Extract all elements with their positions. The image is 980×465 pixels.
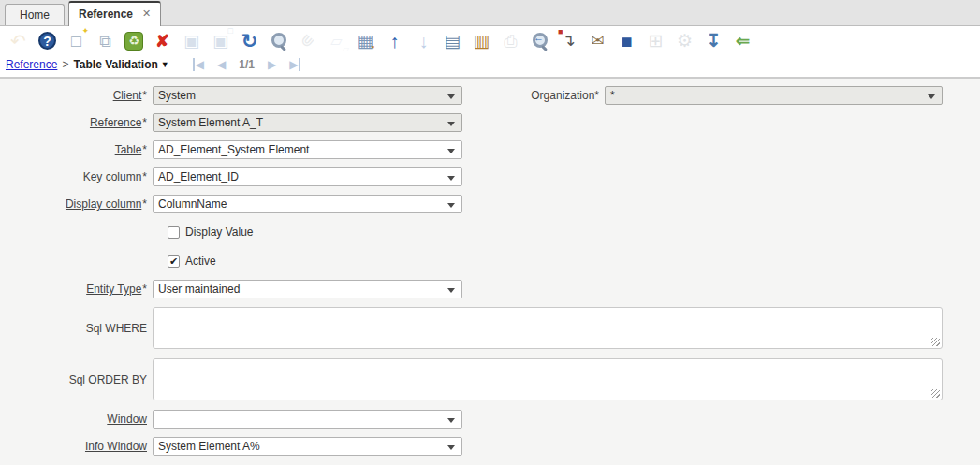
export-icon[interactable]: ↧: [702, 29, 725, 52]
file-import-icon[interactable]: ⇐: [731, 29, 754, 52]
reference-field: System Element A_T: [153, 113, 462, 132]
save-icon: ▣: [180, 29, 203, 52]
sql-order-by-textarea[interactable]: [153, 358, 943, 400]
record-position: 1/1: [239, 58, 255, 71]
resize-grip-icon[interactable]: [931, 338, 940, 346]
window-label: Window: [0, 413, 153, 426]
sql-where-label: Sql WHERE: [0, 322, 153, 335]
last-record-icon: ▶: [289, 58, 300, 71]
grid-toggle-icon[interactable]: ▦: [354, 29, 377, 52]
parent-record-icon[interactable]: ↑: [383, 29, 406, 52]
lock-icon[interactable]: ■: [615, 29, 638, 52]
chat-icon: ▱: [325, 29, 348, 52]
tab-home[interactable]: Home: [5, 4, 65, 25]
organization-field: *: [605, 86, 943, 105]
new-record-icon[interactable]: □: [65, 29, 88, 52]
refresh-icon[interactable]: ↻: [238, 29, 261, 52]
organization-label: Organization*: [462, 89, 605, 102]
key-column-label: Key column*: [0, 170, 153, 183]
tab-home-label: Home: [20, 8, 50, 22]
row-entity-type: Entity Type* User maintained: [0, 280, 943, 298]
row-window: Window: [0, 410, 943, 429]
row-active: ✔ Active: [168, 254, 943, 268]
row-client-organization: Client* System Organization* *: [0, 86, 943, 105]
display-column-label: Display column*: [0, 197, 153, 211]
application-window: Home Reference ✕ ↶?□⧉♻✘▣▣↻⋓▱▦↑↓▤▥⎙←↴✉■⊞⚙…: [0, 0, 980, 465]
row-reference: Reference* System Element A_T: [0, 113, 943, 132]
first-record-icon: ◀: [193, 58, 204, 71]
key-column-field[interactable]: AD_Element_ID: [153, 167, 462, 186]
window-icon: ⊞: [644, 29, 667, 52]
attachment-icon: ⋓: [291, 24, 324, 57]
help-icon[interactable]: ?: [38, 32, 56, 50]
tab-strip: Home Reference ✕: [0, 0, 980, 26]
client-label: Client*: [0, 89, 153, 102]
delete-selection-icon[interactable]: ✘: [151, 29, 174, 52]
row-sql-order-by: Sql ORDER BY: [0, 358, 943, 400]
row-display-value: Display Value: [168, 225, 943, 239]
resize-grip-icon[interactable]: [931, 389, 940, 398]
active-label: Active: [185, 254, 216, 268]
breadcrumb-separator: >: [62, 58, 68, 71]
row-key-column: Key column* AD_Element_ID: [0, 167, 943, 186]
tab-reference[interactable]: Reference ✕: [68, 1, 161, 26]
display-column-field[interactable]: ColumnName: [153, 195, 462, 213]
workflow-icon[interactable]: ↴: [557, 29, 580, 52]
row-sql-where: Sql WHERE: [0, 307, 943, 349]
reference-label: Reference*: [0, 116, 153, 129]
entity-type-field[interactable]: User maintained: [153, 280, 462, 298]
print-icon: ⎙: [499, 29, 522, 52]
display-value-label: Display Value: [185, 225, 253, 239]
active-checkbox[interactable]: ✔: [168, 255, 180, 268]
zoom-across-icon[interactable]: ←: [528, 29, 551, 52]
previous-record-icon: ◀: [217, 58, 226, 71]
row-table: Table* AD_Element_System Element: [0, 140, 943, 159]
preference-icon: ⚙: [673, 29, 696, 52]
archive-icon[interactable]: ▥: [470, 29, 493, 52]
row-info-window: Info Window System Element A%: [0, 437, 943, 456]
table-label: Table*: [0, 143, 153, 156]
delete-record-icon[interactable]: ♻: [124, 32, 143, 51]
toolbar: ↶?□⧉♻✘▣▣↻⋓▱▦↑↓▤▥⎙←↴✉■⊞⚙↧⇐: [0, 26, 980, 54]
close-tab-icon[interactable]: ✕: [142, 7, 151, 20]
sql-where-textarea[interactable]: [153, 307, 943, 349]
breadcrumb-current-tab[interactable]: Table Validation: [73, 58, 157, 71]
breadcrumb-parent-link[interactable]: Reference: [6, 58, 57, 71]
breadcrumb-bar: Reference > Table Validation ▼ ◀ ◀ 1/1 ▶…: [0, 54, 980, 79]
undo-icon: ↶: [7, 29, 30, 52]
info-window-label: Info Window: [0, 440, 153, 453]
sql-order-by-label: Sql ORDER BY: [0, 373, 153, 386]
entity-type-label: Entity Type*: [0, 283, 153, 296]
request-icon[interactable]: ✉: [586, 29, 609, 52]
table-validation-form: Client* System Organization* * Reference…: [0, 79, 980, 465]
record-navigation: ◀ ◀ 1/1 ▶ ▶: [186, 58, 308, 71]
copy-record-icon[interactable]: ⧉: [94, 29, 117, 52]
find-icon[interactable]: [267, 29, 290, 52]
detail-record-icon: ↓: [412, 29, 435, 52]
display-value-checkbox[interactable]: [168, 226, 180, 239]
table-field[interactable]: AD_Element_System Element: [153, 140, 462, 159]
tab-reference-label: Reference: [79, 7, 133, 21]
info-window-field[interactable]: System Element A%: [153, 437, 462, 456]
row-display-column: Display column* ColumnName: [0, 195, 943, 213]
save-create-icon: ▣: [209, 29, 232, 52]
client-field: System: [153, 86, 462, 105]
next-record-icon: ▶: [268, 58, 276, 71]
report-icon[interactable]: ▤: [441, 29, 464, 52]
tab-list-caret-icon[interactable]: ▼: [161, 60, 169, 69]
window-field[interactable]: [153, 410, 462, 429]
